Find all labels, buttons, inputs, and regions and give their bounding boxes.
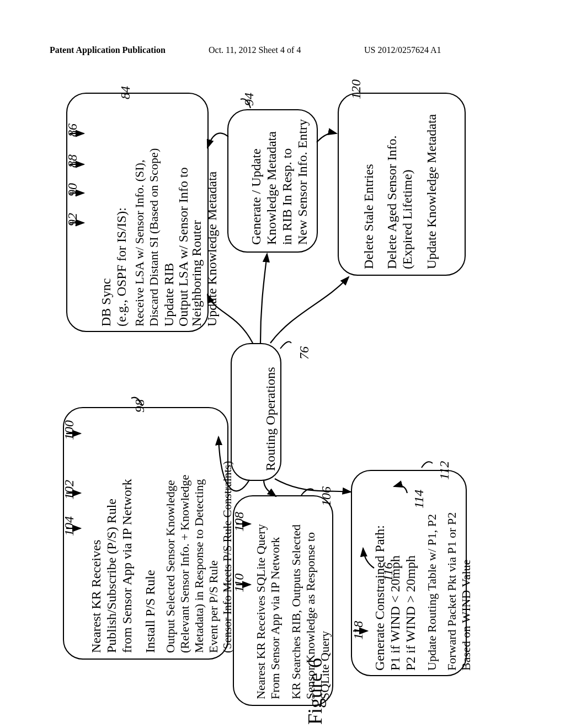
ref-90: 90 — [65, 183, 80, 196]
box112-line6: Based on WIND Value — [459, 560, 473, 671]
ref-84: 84 — [118, 86, 133, 99]
ref-76: 76 — [297, 346, 312, 360]
box106-line2: From Sensor App via IP Network — [268, 537, 282, 699]
ref-112: 112 — [437, 461, 452, 480]
header-left: Patent Application Publication — [50, 45, 166, 55]
box98-line1: Nearest KR Receives — [88, 540, 104, 653]
box84-line3: Receive LSA w/ Sensor Info. (SI), — [132, 160, 147, 326]
box112-line5: Forward Packet Pkt via P1 or P2 — [445, 512, 459, 671]
box112-line3: P2 if WIND > 20mph — [403, 555, 418, 671]
ref-94: 94 — [242, 93, 257, 106]
box84-line4: Discard Distant SI (Based on Scope) — [147, 148, 161, 326]
ref-104: 104 — [62, 516, 77, 536]
ref-88: 88 — [65, 154, 80, 168]
box94-line3: in RIB In Resp. to — [279, 148, 295, 245]
box84-line8: Update Knowledge Metadata — [204, 172, 220, 326]
ref-120: 120 — [349, 79, 364, 99]
box98-line3: from Sensor App via IP Network — [119, 479, 135, 653]
figure-6-diagram: DB Sync (e.g., OSPF for IS/IS): Receive … — [44, 93, 520, 672]
figure-caption: Figure 6 — [303, 658, 327, 725]
ref-106: 106 — [319, 486, 334, 506]
box112-line1: Generate Constrained Path: — [372, 525, 387, 671]
box120-line2: Delete Aged Sensor Info. — [384, 135, 399, 269]
box84-line7: Neighboring Router — [189, 220, 204, 326]
ref-102: 102 — [62, 480, 77, 500]
ref-108: 108 — [232, 512, 247, 532]
ref-116: 116 — [381, 563, 396, 581]
ref-98: 98 — [132, 399, 147, 413]
ref-114: 114 — [412, 490, 427, 508]
box98-line5: Output Selected Sensor Knowledge — [163, 480, 178, 653]
box120-line4: Update Knowledge Metadata — [424, 114, 439, 269]
box112-line4: Update Routing Table w/ P1, P2 — [425, 514, 439, 671]
box94-line2: Knowledge Metadata — [264, 131, 279, 245]
box98-line8: Event per P/S Rule — [206, 560, 221, 653]
box98-line9: (Sensor Info Meets P/S Rule Constraints) — [221, 461, 234, 653]
box106-line1: Nearest KR Receives SQLite Query — [254, 524, 268, 699]
header-right: US 2012/0257624 A1 — [364, 45, 441, 55]
ref-92: 92 — [65, 213, 80, 226]
header-center: Oct. 11, 2012 Sheet 4 of 4 — [209, 45, 301, 55]
box120-line3: (Expired Lifetime) — [399, 169, 415, 269]
box94-line1: Generate / Update — [248, 148, 264, 245]
box106-line3: KR Searches RIB, Outputs Selected — [289, 524, 303, 699]
box120-line1: Delete Stale Entries — [361, 164, 376, 269]
box84-line5: Update RIB — [161, 263, 177, 326]
page-header: Patent Application Publication Oct. 11, … — [0, 45, 565, 56]
box94-line4: New Sensor Info. Entry — [295, 119, 310, 245]
ref-118: 118 — [351, 621, 366, 640]
box98-line2: Publish/Subscribe (P/S) Rule — [104, 499, 119, 653]
box98-line7: Metadata) in Response to Detecting — [192, 479, 206, 653]
box84-line1: DB Sync — [98, 279, 114, 326]
box98-line4: Install P/S Rule — [142, 570, 158, 653]
box98-line6: (Relevant Sensor Info. + Knowledge — [178, 475, 192, 653]
ref-100: 100 — [62, 420, 77, 440]
box84-line2: (e.g., OSPF for IS/IS): — [114, 207, 129, 326]
routing-operations-label: Routing Operations — [263, 367, 278, 471]
ref-110: 110 — [232, 574, 247, 592]
ref-86: 86 — [65, 124, 80, 137]
